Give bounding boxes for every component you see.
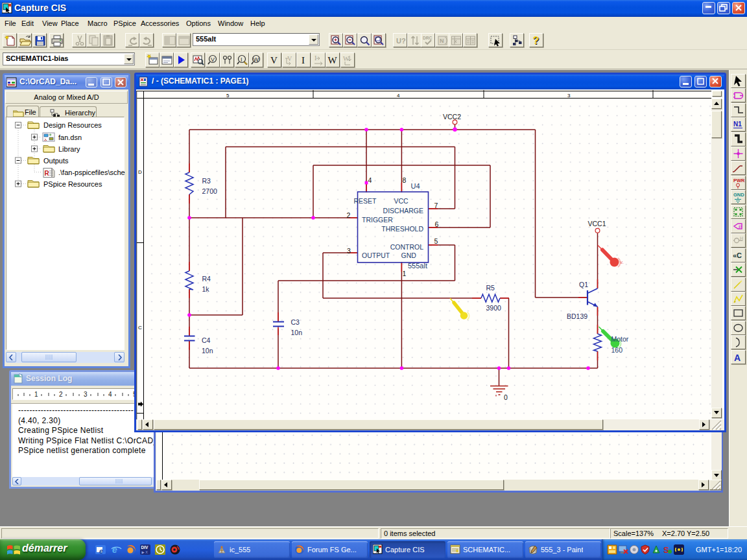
svg-text:1k: 1k bbox=[202, 285, 210, 293]
svg-text:N: N bbox=[440, 38, 444, 44]
svg-text:1: 1 bbox=[403, 270, 407, 277]
svg-text:S: S bbox=[663, 545, 669, 555]
svg-text:GND: GND bbox=[733, 192, 744, 198]
svg-text:A: A bbox=[734, 352, 741, 362]
svg-text:3: 3 bbox=[84, 391, 88, 398]
svg-text:10n: 10n bbox=[202, 347, 213, 355]
svg-text:2700: 2700 bbox=[202, 187, 218, 195]
svg-text:R3: R3 bbox=[202, 177, 211, 185]
svg-text:4: 4 bbox=[397, 93, 400, 99]
svg-text:5: 5 bbox=[226, 93, 230, 99]
svg-text:4: 4 bbox=[108, 391, 112, 398]
svg-text:R5: R5 bbox=[486, 284, 495, 292]
svg-text:PWR: PWR bbox=[733, 178, 745, 183]
svg-text:R: R bbox=[45, 170, 50, 177]
svg-text:Design Resources: Design Resources bbox=[43, 121, 102, 129]
svg-text:N1: N1 bbox=[733, 121, 742, 128]
svg-text:Library: Library bbox=[58, 145, 80, 153]
svg-text:2: 2 bbox=[347, 211, 351, 219]
svg-text:H: H bbox=[740, 236, 743, 240]
svg-text:CONTROL: CONTROL bbox=[390, 243, 423, 251]
svg-text:I: I bbox=[302, 55, 305, 65]
svg-text:W: W bbox=[328, 55, 338, 65]
svg-text:R4: R4 bbox=[202, 275, 211, 283]
svg-text:DRC: DRC bbox=[423, 36, 432, 40]
svg-text:3: 3 bbox=[567, 93, 571, 99]
svg-text:Motor: Motor bbox=[611, 335, 629, 343]
svg-text:.\fan-pspicefiles\sche: .\fan-pspicefiles\sche bbox=[58, 169, 125, 176]
svg-text:DIV: DIV bbox=[141, 545, 149, 550]
svg-text:C4: C4 bbox=[202, 336, 211, 344]
svg-text:v.: v. bbox=[620, 259, 624, 265]
svg-text:e: e bbox=[99, 547, 103, 555]
svg-text:P: P bbox=[739, 224, 742, 230]
svg-text:«C: «C bbox=[733, 251, 742, 259]
svg-text:U?: U? bbox=[396, 37, 406, 45]
svg-text:U4: U4 bbox=[411, 182, 420, 190]
svg-text:VCC1: VCC1 bbox=[588, 220, 606, 228]
svg-text:W: W bbox=[343, 55, 350, 62]
svg-text:7: 7 bbox=[434, 202, 438, 209]
svg-text:Q1: Q1 bbox=[579, 281, 588, 288]
svg-text:10n: 10n bbox=[291, 329, 303, 336]
svg-text:C: C bbox=[138, 325, 142, 331]
svg-text:0: 0 bbox=[504, 393, 508, 401]
svg-text:Outputs: Outputs bbox=[43, 157, 69, 165]
svg-text:1: 1 bbox=[34, 391, 38, 398]
svg-text:4: 4 bbox=[368, 176, 372, 184]
svg-text:BD139: BD139 bbox=[567, 312, 587, 320]
svg-text:D: D bbox=[138, 169, 142, 175]
svg-text:▶ X: ▶ X bbox=[142, 550, 148, 554]
svg-text:OUTPUT: OUTPUT bbox=[362, 251, 390, 259]
svg-text:RESET: RESET bbox=[354, 197, 377, 205]
svg-text:555alt: 555alt bbox=[408, 262, 427, 270]
svg-text:THRESHOLD: THRESHOLD bbox=[381, 225, 423, 233]
svg-text:5: 5 bbox=[434, 237, 438, 245]
svg-text:2: 2 bbox=[59, 391, 63, 398]
svg-text:GND: GND bbox=[401, 251, 417, 259]
svg-text:I: I bbox=[241, 56, 243, 63]
svg-text:e: e bbox=[112, 544, 117, 555]
svg-text:3900: 3900 bbox=[486, 304, 502, 312]
svg-text:fan.dsn: fan.dsn bbox=[58, 134, 82, 141]
svg-text:8: 8 bbox=[403, 176, 407, 184]
svg-text:?: ? bbox=[533, 35, 540, 46]
svg-text:PSpice Resources: PSpice Resources bbox=[43, 180, 102, 188]
svg-text:DISCHARGE: DISCHARGE bbox=[383, 207, 423, 215]
svg-text:V: V bbox=[211, 56, 215, 63]
svg-text:VCC2: VCC2 bbox=[443, 113, 461, 121]
svg-text:I: I bbox=[314, 54, 316, 62]
svg-text:V: V bbox=[270, 55, 278, 65]
svg-text:6: 6 bbox=[435, 220, 439, 228]
svg-text:160: 160 bbox=[611, 346, 623, 354]
svg-text:C3: C3 bbox=[291, 318, 300, 326]
svg-text:V: V bbox=[287, 55, 292, 62]
svg-text:TRIGGER: TRIGGER bbox=[362, 216, 393, 224]
svg-text:W: W bbox=[254, 56, 259, 63]
svg-text:3: 3 bbox=[347, 247, 351, 255]
svg-text:VCC: VCC bbox=[394, 197, 409, 205]
